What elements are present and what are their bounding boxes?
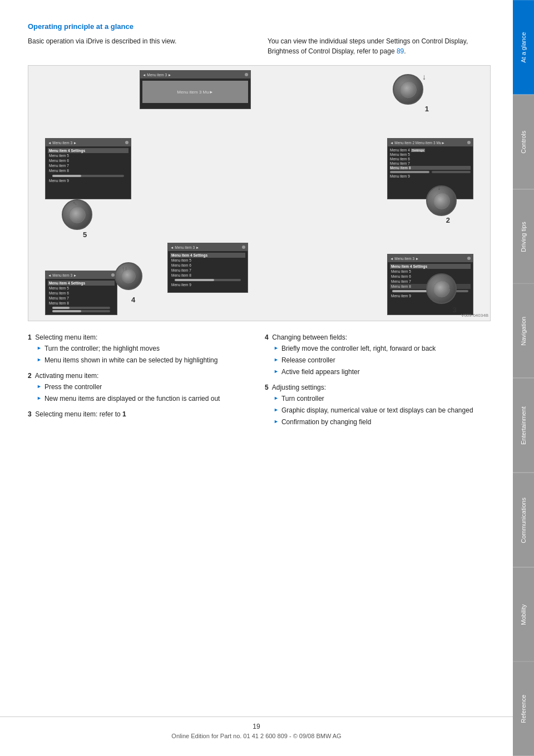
instruction-num-5: 5 bbox=[265, 384, 269, 391]
sub-item-1-2: ► Menu items shown in white can be selec… bbox=[37, 355, 254, 365]
screen-center-bottom: ◄ Menu item 3 ► Menu item 4 Settings Men… bbox=[167, 243, 248, 293]
triangle-icon: ► bbox=[37, 395, 42, 402]
instruction-num-1: 1 bbox=[28, 333, 32, 341]
knob-step3 bbox=[426, 273, 457, 304]
instructions-left-col: 1 Selecting menu item: ► Turn the contro… bbox=[28, 332, 254, 433]
arrow-up-4: ↑↑ bbox=[122, 266, 127, 272]
triangle-icon: ► bbox=[37, 356, 42, 364]
step-number-3: 3 bbox=[453, 306, 457, 314]
instructions-container: 1 Selecting menu item: ► Turn the contro… bbox=[28, 332, 491, 433]
tab-reference[interactable]: Reference bbox=[513, 661, 534, 756]
instruction-2: 2 Activating menu item: ► Press the cont… bbox=[28, 371, 254, 404]
page-number: 19 bbox=[0, 723, 513, 730]
tab-at-a-glance[interactable]: At a glance bbox=[513, 0, 534, 95]
sub-items-4: ► Briefly move the controller left, righ… bbox=[274, 343, 491, 377]
confirmation-text: Confirmation by changing field bbox=[281, 417, 371, 427]
description-left: Basic operation via iDrive is described … bbox=[28, 36, 251, 56]
sub-item-2-1: ► Press the controller bbox=[37, 382, 254, 392]
step-number-2: 2 bbox=[446, 216, 450, 224]
sub-item-4-3: ► Active field appears lighter bbox=[274, 367, 491, 377]
version-label: V009-04034B bbox=[461, 313, 488, 318]
tab-mobility[interactable]: Mobility bbox=[513, 567, 534, 662]
sub-item-1-1: ► Turn the controller; the highlight mov… bbox=[37, 343, 254, 354]
sub-item-5-3: ► Confirmation by changing field bbox=[274, 417, 491, 427]
arrow-down-3: ↓ bbox=[448, 284, 451, 290]
knob-step1 bbox=[393, 74, 423, 105]
tab-navigation[interactable]: Navigation bbox=[513, 283, 534, 378]
sub-item-4-1: ► Briefly move the controller left, righ… bbox=[274, 343, 491, 354]
page-footer: 19 Online Edition for Part no. 01 41 2 6… bbox=[0, 716, 513, 739]
tab-bar: At a glance Controls Driving tips Naviga… bbox=[513, 0, 534, 756]
instructions-right-col: 4 Changing between fields: ► Briefly mov… bbox=[265, 332, 491, 433]
instruction-4: 4 Changing between fields: ► Briefly mov… bbox=[265, 332, 491, 377]
sub-items-5: ► Turn controller ► Graphic display, num… bbox=[274, 394, 491, 427]
footer-text: Online Edition for Part no. 01 41 2 600 … bbox=[0, 733, 513, 739]
arrow-down-2: ↓ bbox=[437, 183, 441, 192]
sub-item-5-2: ► Graphic display, numerical value or te… bbox=[274, 405, 491, 415]
triangle-icon: ► bbox=[274, 368, 279, 376]
triangle-icon: ► bbox=[274, 406, 279, 414]
tab-entertainment[interactable]: Entertainment bbox=[513, 378, 534, 473]
triangle-icon: ► bbox=[274, 418, 279, 426]
sub-item-2-2: ► New menu items are displayed or the fu… bbox=[37, 394, 254, 404]
page-89-link[interactable]: 89 bbox=[397, 47, 404, 55]
triangle-icon: ► bbox=[37, 345, 42, 352]
arrow-down-1: ↓ bbox=[422, 72, 426, 81]
main-content: Operating principle at a glance Basic op… bbox=[0, 0, 513, 756]
sub-items-1: ► Turn the controller; the highlight mov… bbox=[37, 343, 254, 365]
step-number-4: 4 bbox=[131, 296, 135, 304]
diagram-container: ◄ Menu item 3 ► Menu item 3 Mu► 1 ↓ ◄ Me… bbox=[28, 65, 491, 321]
step-number-1: 1 bbox=[425, 105, 429, 113]
instruction-num-2: 2 bbox=[28, 372, 32, 380]
screen-left-mid: ◄ Menu item 3 ► Menu item 4 Settings Men… bbox=[45, 138, 131, 199]
triangle-icon: ► bbox=[274, 395, 279, 402]
tab-controls[interactable]: Controls bbox=[513, 95, 534, 189]
step-number-5: 5 bbox=[83, 230, 87, 239]
sub-items-2: ► Press the controller ► New menu items … bbox=[37, 382, 254, 404]
sub-item-4-2: ► Release controller bbox=[274, 355, 491, 365]
instruction-3: 3 Selecting menu item: refer to 1 bbox=[28, 409, 254, 419]
triangle-icon: ► bbox=[37, 383, 42, 391]
sub-item-5-1: ► Turn controller bbox=[274, 394, 491, 404]
triangle-icon: ► bbox=[274, 345, 279, 352]
tab-driving-tips[interactable]: Driving tips bbox=[513, 189, 534, 284]
instruction-num-3: 3 bbox=[28, 410, 32, 418]
description-right: You can view the individual steps under … bbox=[268, 36, 491, 56]
knob-step4 bbox=[115, 262, 145, 293]
instruction-1: 1 Selecting menu item: ► Turn the contro… bbox=[28, 332, 254, 365]
screen-bottom-left: ◄ Menu item 3 ► Menu item 4 Settings Men… bbox=[45, 271, 117, 315]
knob-step2 bbox=[426, 185, 457, 216]
instruction-5: 5 Adjusting settings: ► Turn controller … bbox=[265, 382, 491, 427]
tab-communications[interactable]: Communications bbox=[513, 473, 534, 567]
section-title: Operating principle at a glance bbox=[28, 22, 491, 31]
description-container: Basic operation via iDrive is described … bbox=[28, 36, 491, 56]
instruction-num-4: 4 bbox=[265, 333, 269, 341]
triangle-icon: ► bbox=[274, 356, 279, 364]
screen-top-center: ◄ Menu item 3 ► Menu item 3 Mu► bbox=[140, 70, 251, 109]
